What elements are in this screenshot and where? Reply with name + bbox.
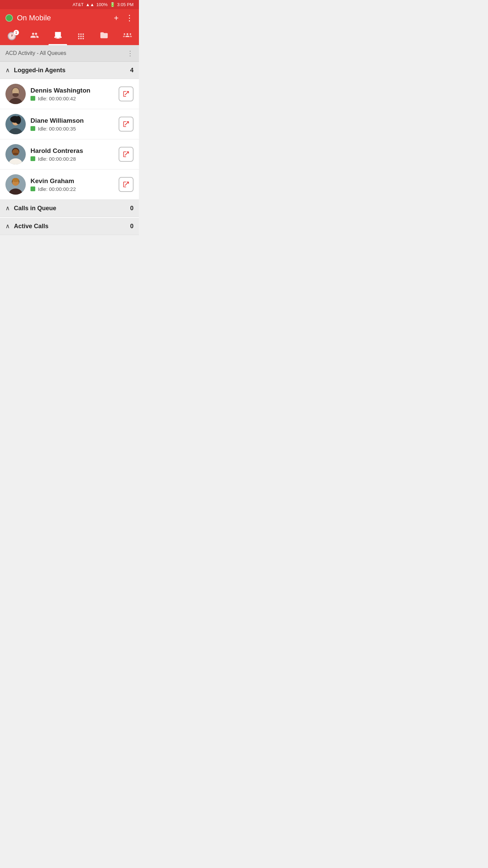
dialpad-icon <box>77 31 85 42</box>
agent-action-harold[interactable] <box>119 147 134 162</box>
header-actions: + ⋮ <box>114 13 134 23</box>
agent-name-harold: Harold Contreras <box>30 147 119 155</box>
agent-item-harold: Harold Contreras Idle: 00:00:00:28 <box>0 139 139 170</box>
status-bar-content: AT&T ▲▲ 100% 🔋 3:05 PM <box>73 2 134 7</box>
status-indicator-dennis <box>30 96 35 101</box>
avatar-dennis <box>5 84 26 104</box>
logged-in-agents-count: 4 <box>130 67 134 74</box>
agent-name-dennis: Dennis Washington <box>30 87 119 94</box>
agent-status-text-harold: Idle: 00:00:00:28 <box>38 156 76 162</box>
calls-in-queue-title: Calls in Queue <box>14 205 130 212</box>
agent-name-kevin: Kevin Graham <box>30 177 119 185</box>
avatar-harold <box>5 144 26 164</box>
logged-in-agents-header[interactable]: ∧ Logged-in Agents 4 <box>0 62 139 79</box>
battery-icon: 🔋 <box>110 2 115 7</box>
files-icon <box>100 31 108 42</box>
header-title: On Mobile <box>17 14 51 22</box>
agent-action-dennis[interactable] <box>119 86 134 101</box>
agent-item-diane: Diane Williamson Idle: 00:00:00:35 <box>0 109 139 139</box>
agent-status-text-dennis: Idle: 00:00:00:42 <box>38 96 76 101</box>
main-content: ∧ Logged-in Agents 4 <box>0 62 139 235</box>
add-button[interactable]: + <box>114 13 119 23</box>
team-icon <box>123 31 132 42</box>
history-badge: 1 <box>14 30 19 35</box>
agent-status-text-kevin: Idle: 00:00:00:22 <box>38 186 76 192</box>
status-indicator-kevin <box>30 186 35 191</box>
status-indicator-harold <box>30 156 35 161</box>
acd-activity-bar: ACD Activity - All Queues ⋮ <box>0 45 139 62</box>
svg-point-0 <box>126 33 128 35</box>
active-calls-title: Active Calls <box>14 223 130 230</box>
tab-monitor[interactable] <box>46 28 69 45</box>
nav-tabs: 🕐 1 <box>0 27 139 45</box>
online-status-dot <box>5 14 13 22</box>
active-calls-count: 0 <box>130 223 134 230</box>
agent-info-kevin: Kevin Graham Idle: 00:00:00:22 <box>30 177 119 192</box>
status-indicator-diane <box>30 126 35 131</box>
agent-list: Dennis Washington Idle: 00:00:00:42 <box>0 79 139 200</box>
calls-in-queue-count: 0 <box>130 205 134 212</box>
agent-info-diane: Diane Williamson Idle: 00:00:00:35 <box>30 117 119 132</box>
calls-in-queue-header[interactable]: ∧ Calls in Queue 0 <box>0 200 139 217</box>
logged-in-agents-title: Logged-in Agents <box>14 67 130 74</box>
history-icon: 🕐 1 <box>7 32 16 41</box>
tab-history[interactable]: 🕐 1 <box>0 29 23 44</box>
status-bar: AT&T ▲▲ 100% 🔋 3:05 PM <box>0 0 139 9</box>
signal-icon: ▲▲ <box>86 2 95 7</box>
svg-point-16 <box>16 116 21 124</box>
acd-activity-title: ACD Activity - All Queues <box>5 50 66 56</box>
logged-in-agents-chevron: ∧ <box>5 66 10 74</box>
svg-point-2 <box>129 33 131 35</box>
svg-point-1 <box>124 33 125 35</box>
agent-action-diane[interactable] <box>119 117 134 132</box>
app-header: On Mobile + ⋮ <box>0 9 139 27</box>
battery-text: 100% <box>96 2 107 7</box>
agent-status-harold: Idle: 00:00:00:28 <box>30 156 119 162</box>
avatar-kevin <box>5 174 26 195</box>
agent-info-harold: Harold Contreras Idle: 00:00:00:28 <box>30 147 119 162</box>
tab-files[interactable] <box>93 28 116 45</box>
svg-rect-21 <box>13 153 18 155</box>
svg-rect-10 <box>13 93 19 96</box>
agent-item-kevin: Kevin Graham Idle: 00:00:00:22 <box>0 170 139 200</box>
contacts-icon <box>30 31 39 42</box>
agent-name-diane: Diane Williamson <box>30 117 119 124</box>
tab-team[interactable] <box>116 28 139 45</box>
agent-status-text-diane: Idle: 00:00:00:35 <box>38 126 76 132</box>
tab-contacts[interactable] <box>23 28 46 45</box>
monitor-icon <box>54 31 62 42</box>
time-text: 3:05 PM <box>117 2 134 7</box>
carrier-text: AT&T <box>73 2 83 7</box>
agent-action-kevin[interactable] <box>119 177 134 192</box>
agent-item-dennis: Dennis Washington Idle: 00:00:00:42 <box>0 79 139 109</box>
header-left: On Mobile <box>5 14 51 22</box>
svg-point-26 <box>12 178 19 182</box>
tab-dialpad[interactable] <box>69 28 93 45</box>
active-calls-chevron: ∧ <box>5 222 10 230</box>
agent-status-kevin: Idle: 00:00:00:22 <box>30 186 119 192</box>
active-calls-header[interactable]: ∧ Active Calls 0 <box>0 218 139 235</box>
acd-menu-button[interactable]: ⋮ <box>127 49 134 57</box>
calls-in-queue-chevron: ∧ <box>5 204 10 212</box>
agent-status-dennis: Idle: 00:00:00:42 <box>30 96 119 101</box>
agent-status-diane: Idle: 00:00:00:35 <box>30 126 119 132</box>
avatar-diane <box>5 114 26 134</box>
overflow-menu-button[interactable]: ⋮ <box>125 13 134 23</box>
agent-info-dennis: Dennis Washington Idle: 00:00:00:42 <box>30 87 119 101</box>
